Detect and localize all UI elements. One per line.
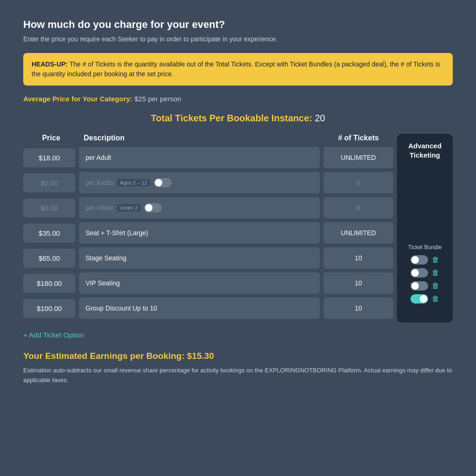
advanced-row-kiddo xyxy=(403,194,447,215)
toggle-knob-bundle-group xyxy=(420,295,427,303)
toggle-knob-bundle-shirt xyxy=(411,256,419,264)
desc-kiddo[interactable]: per Kiddo Ages 2 – 12 xyxy=(79,172,320,193)
toggle-bundle-shirt[interactable] xyxy=(410,255,428,264)
toggle-infant[interactable] xyxy=(144,203,162,212)
tickets-group[interactable]: 10 xyxy=(324,298,393,319)
table-row: $35.00 Seat + T-Shirt (Large) UNLIMITED xyxy=(23,222,393,244)
avg-price-label: Average Price for Your Category: xyxy=(23,95,132,103)
table-row: $18.00 per Adult UNLIMITED xyxy=(23,147,393,168)
avg-price-value: $25 per person xyxy=(134,95,181,103)
page-title: How much do you charge for your event? xyxy=(23,19,453,31)
trash-stage[interactable]: 🗑 xyxy=(432,269,439,277)
heads-up-text: The # of Tickets is the quantity availab… xyxy=(32,60,440,78)
total-tickets-row: Total Tickets Per Bookable Instance: 20 xyxy=(23,113,453,124)
tickets-adult[interactable]: UNLIMITED xyxy=(324,147,393,168)
heads-up-label: HEADS-UP: xyxy=(32,60,68,68)
toggle-bundle-group[interactable] xyxy=(410,294,428,304)
table-row: $0.00 per Infant Under 2 0 xyxy=(23,197,393,218)
desc-stage[interactable]: Stage Seating xyxy=(79,247,320,269)
tickets-shirt[interactable]: UNLIMITED xyxy=(324,222,393,244)
table-row: $0.00 per Kiddo Ages 2 – 12 0 xyxy=(23,172,393,193)
total-tickets-label: Total Tickets Per Bookable Instance: xyxy=(151,113,312,123)
price-adult[interactable]: $18.00 xyxy=(23,148,75,167)
advanced-row-shirt: 🗑 xyxy=(403,255,447,264)
price-shirt[interactable]: $35.00 xyxy=(23,224,75,243)
avg-price-row: Average Price for Your Category: $25 per… xyxy=(23,95,453,103)
page-subtitle: Enter the price you require each Seeker … xyxy=(23,35,453,43)
desc-adult[interactable]: per Adult xyxy=(79,147,320,168)
earnings-value: $15.30 xyxy=(187,351,214,361)
advanced-row-infant xyxy=(403,219,447,240)
desc-group[interactable]: Group Discount Up to 10 xyxy=(79,298,320,319)
table-header: Price Description # of Tickets xyxy=(23,134,393,147)
earnings-label: Your Estimated Earnings per Booking: xyxy=(23,351,185,361)
advanced-row-stage: 🗑 xyxy=(403,268,447,278)
age-tag-kiddo: Ages 2 – 12 xyxy=(117,179,150,186)
ticket-bundle-label: Ticket Bundle xyxy=(408,244,442,251)
trash-shirt[interactable]: 🗑 xyxy=(432,256,439,264)
header-tickets: # of Tickets xyxy=(324,134,393,142)
estimated-earnings-row: Your Estimated Earnings per Booking: $15… xyxy=(23,351,453,361)
price-group[interactable]: $100.00 xyxy=(23,299,75,318)
desc-vip[interactable]: VIP Seating xyxy=(79,272,320,294)
trash-group[interactable]: 🗑 xyxy=(432,295,439,303)
toggle-knob-infant xyxy=(145,204,152,212)
toggle-bundle-vip[interactable] xyxy=(410,281,428,291)
desc-infant[interactable]: per Infant Under 2 xyxy=(79,197,320,218)
earnings-note: Estimation auto-subtracts our small reve… xyxy=(23,366,453,385)
age-tag-infant: Under 2 xyxy=(117,204,140,212)
toggle-bundle-stage[interactable] xyxy=(410,268,428,278)
tickets-kiddo[interactable]: 0 xyxy=(324,172,393,193)
advanced-ticketing-panel: Advanced Ticketing Ticket Bundle 🗑 🗑 xyxy=(397,134,453,323)
header-price: Price xyxy=(23,134,79,142)
toggle-knob-bundle-stage xyxy=(411,269,419,277)
total-tickets-value: 20 xyxy=(312,113,325,123)
toggle-knob-kiddo xyxy=(155,179,162,186)
advanced-panel-title: Advanced Ticketing xyxy=(403,141,447,159)
toggle-knob-bundle-vip xyxy=(411,282,419,290)
heads-up-box: HEADS-UP: The # of Tickets is the quanti… xyxy=(23,53,453,86)
tickets-infant[interactable]: 0 xyxy=(324,197,393,218)
price-infant[interactable]: $0.00 xyxy=(23,198,75,218)
table-row: $65.00 Stage Seating 10 xyxy=(23,247,393,269)
toggle-kiddo[interactable] xyxy=(154,178,172,187)
main-table: Price Description # of Tickets $18.00 pe… xyxy=(23,134,393,323)
trash-vip[interactable]: 🗑 xyxy=(432,282,439,290)
advanced-row-vip: 🗑 xyxy=(403,281,447,291)
table-row: $100.00 Group Discount Up to 10 10 xyxy=(23,298,393,319)
price-vip[interactable]: $180.00 xyxy=(23,274,75,293)
tickets-vip[interactable]: 10 xyxy=(324,272,393,294)
ticket-table-area: Price Description # of Tickets $18.00 pe… xyxy=(23,134,453,323)
advanced-row-group: 🗑 xyxy=(403,294,447,304)
header-description: Description xyxy=(79,134,324,142)
price-stage[interactable]: $65.00 xyxy=(23,249,75,268)
price-kiddo[interactable]: $0.00 xyxy=(23,173,75,192)
table-row: $180.00 VIP Seating 10 xyxy=(23,272,393,294)
add-ticket-button[interactable]: + Add Ticket Option xyxy=(23,331,84,339)
tickets-stage[interactable]: 10 xyxy=(324,247,393,269)
desc-shirt[interactable]: Seat + T-Shirt (Large) xyxy=(79,222,320,244)
